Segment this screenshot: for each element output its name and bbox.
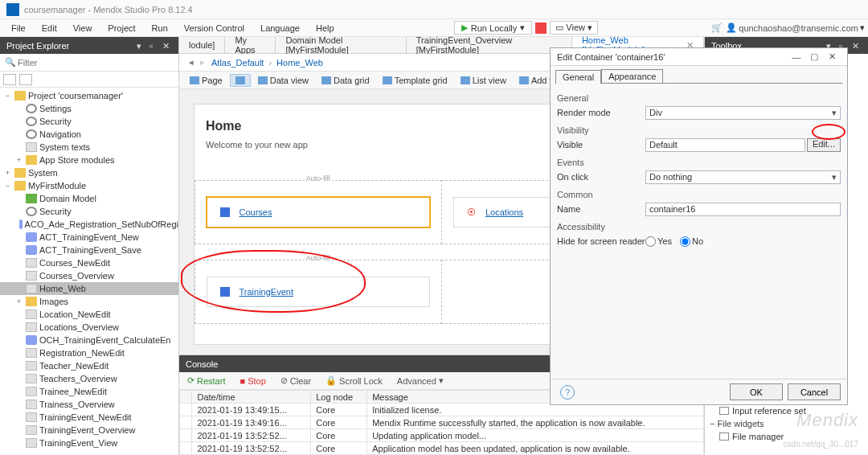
- tree-item[interactable]: Location_NewEdit: [0, 308, 178, 321]
- filter-input[interactable]: [16, 57, 174, 68]
- menu-language[interactable]: Language: [252, 22, 308, 35]
- console-col-header[interactable]: Log node: [311, 391, 367, 404]
- render-mode-dropdown[interactable]: Div: [645, 106, 841, 120]
- console-col-header[interactable]: Date/time: [192, 391, 311, 404]
- tree-item[interactable]: Trainess_Overview: [0, 398, 178, 411]
- toolbar-page[interactable]: Page: [184, 73, 228, 88]
- tree-item[interactable]: Home_Web: [0, 282, 178, 295]
- menu-file[interactable]: File: [3, 22, 34, 35]
- document-tab[interactable]: Domain Model [MyFirstModule]: [276, 37, 406, 53]
- doc-icon: [26, 348, 37, 358]
- toolbar-list-view[interactable]: List view: [455, 73, 512, 88]
- layout-cell[interactable]: Auto-fill TrainingEvent: [194, 260, 443, 324]
- doc-icon: [26, 142, 37, 152]
- tree-item[interactable]: Trainee_NewEdit: [0, 385, 178, 398]
- console-col-header[interactable]: [180, 391, 192, 404]
- tree-item[interactable]: OCH_TrainingEvent_CalculateEn: [0, 334, 178, 346]
- name-input[interactable]: container16: [645, 203, 841, 216]
- scroll-lock-button[interactable]: 🔒 Scroll Lock: [322, 375, 386, 387]
- run-locally-button[interactable]: ▶Run Locally▾: [454, 21, 532, 35]
- document-tab[interactable]: My Apps: [225, 37, 276, 53]
- tree-item[interactable]: +System: [0, 166, 178, 179]
- card-courses[interactable]: Courses: [207, 197, 431, 228]
- tree-item[interactable]: Locations_Overview: [0, 321, 178, 334]
- edit-visibility-button[interactable]: Edit...: [807, 138, 841, 152]
- stop-button[interactable]: ■ Stop: [236, 375, 268, 387]
- view-dropdown[interactable]: ▭ View ▾: [550, 21, 598, 35]
- project-tree[interactable]: −Project 'coursemanager'SettingsSecurity…: [0, 88, 178, 455]
- document-tab[interactable]: TrainingEvent_Overview [MyFirstModule]: [407, 37, 572, 53]
- tree-item[interactable]: ACO_Ade_Registration_SetNubOfRegi: [0, 218, 178, 231]
- ok-button[interactable]: OK: [730, 383, 783, 400]
- card-trainingevent[interactable]: TrainingEvent: [207, 277, 431, 307]
- close-button[interactable]: ✕: [823, 51, 841, 62]
- maximize-button[interactable]: ▢: [805, 51, 823, 62]
- minimize-button[interactable]: —: [788, 52, 805, 62]
- menu-project[interactable]: Project: [100, 22, 143, 35]
- tree-item[interactable]: Navigation: [0, 128, 178, 141]
- tree-item[interactable]: TrainingEvent_View: [0, 437, 178, 449]
- tree-item[interactable]: +Images: [0, 295, 178, 308]
- tree-item[interactable]: Courses_Overview: [0, 269, 178, 282]
- tree-item[interactable]: Registration_NewEdit: [0, 346, 178, 359]
- collapse-button[interactable]: [3, 74, 16, 85]
- flow-icon: [26, 232, 37, 242]
- cancel-button[interactable]: Cancel: [788, 383, 841, 400]
- user-icon[interactable]: 👤: [724, 21, 739, 35]
- tree-item[interactable]: System texts: [0, 141, 178, 154]
- radio-no[interactable]: No: [680, 236, 703, 247]
- clear-button[interactable]: ⊘ Clear: [277, 375, 314, 387]
- console-row[interactable]: 2021-01-19 13:49:16...CoreMendix Runtime…: [180, 416, 704, 429]
- model-icon: [26, 194, 37, 203]
- title-bar: coursemanager - Mendix Studio Pro 8.12.4: [0, 0, 868, 19]
- tree-item[interactable]: Settings: [0, 102, 178, 115]
- menu-view[interactable]: View: [65, 22, 100, 35]
- card-link[interactable]: TrainingEvent: [240, 287, 293, 297]
- tree-item[interactable]: Teachers_Overview: [0, 372, 178, 385]
- layout-cell[interactable]: Auto-fill Courses: [194, 180, 443, 244]
- tab-general[interactable]: General: [555, 70, 601, 84]
- tree-item[interactable]: ACT_TrainingEvent_Save: [0, 244, 178, 256]
- restart-button[interactable]: ⟳ Restart: [184, 375, 228, 387]
- cart-icon[interactable]: 🛒: [710, 21, 724, 35]
- dialog-titlebar[interactable]: Edit Container 'container16' — ▢ ✕: [551, 48, 847, 66]
- tree-item[interactable]: ACT_TrainingEvent_New: [0, 231, 178, 244]
- flow-icon: [26, 335, 37, 345]
- tree-item[interactable]: Security: [0, 115, 178, 128]
- tree-item[interactable]: −MyFirstModule: [0, 179, 178, 192]
- visible-dropdown[interactable]: Default: [645, 138, 805, 152]
- menu-help[interactable]: Help: [308, 22, 342, 35]
- console-row[interactable]: 2021-01-19 13:52:52...CoreUpdating appli…: [180, 429, 704, 442]
- tree-item[interactable]: +App Store modules: [0, 154, 178, 166]
- crumb-root[interactable]: Atlas_Default: [211, 58, 264, 68]
- tree-item[interactable]: −Project 'coursemanager': [0, 89, 178, 102]
- toolbar-template-grid[interactable]: Template grid: [377, 73, 453, 88]
- card-link[interactable]: Courses: [240, 207, 272, 217]
- document-tab[interactable]: lodule]: [179, 37, 225, 53]
- onclick-dropdown[interactable]: Do nothing: [645, 170, 841, 184]
- menu-run[interactable]: Run: [144, 22, 176, 35]
- menu-version-control[interactable]: Version Control: [176, 22, 252, 35]
- calendar-icon: [220, 287, 230, 297]
- tree-item[interactable]: TrainingEvent_Overview: [0, 424, 178, 437]
- radio-yes[interactable]: Yes: [645, 236, 672, 247]
- stop-button[interactable]: [535, 23, 547, 34]
- tree-item[interactable]: Courses_NewEdit: [0, 256, 178, 269]
- advanced-dropdown[interactable]: Advanced ▾: [394, 375, 447, 387]
- toolbar-data-grid[interactable]: Data grid: [316, 73, 375, 88]
- tree-item[interactable]: Security: [0, 205, 178, 218]
- user-email[interactable]: qunchaoshao@transemic.com: [739, 23, 858, 33]
- tree-item[interactable]: Teacher_NewEdit: [0, 359, 178, 372]
- doc-icon: [26, 387, 37, 396]
- toolbar-select[interactable]: [230, 74, 251, 87]
- expand-button[interactable]: [19, 74, 32, 85]
- console-row[interactable]: 2021-01-19 13:52:52...CoreApplication mo…: [180, 442, 704, 455]
- menu-edit[interactable]: Edit: [34, 22, 65, 35]
- tree-item[interactable]: Domain Model: [0, 192, 178, 205]
- help-icon[interactable]: ?: [560, 385, 575, 400]
- tab-appearance[interactable]: Appearance: [601, 69, 663, 83]
- toolbar-data-view[interactable]: Data view: [252, 73, 314, 88]
- card-link[interactable]: Locations: [485, 207, 523, 217]
- crumb-current[interactable]: Home_Web: [276, 58, 323, 68]
- tree-item[interactable]: TrainingEvent_NewEdit: [0, 411, 178, 424]
